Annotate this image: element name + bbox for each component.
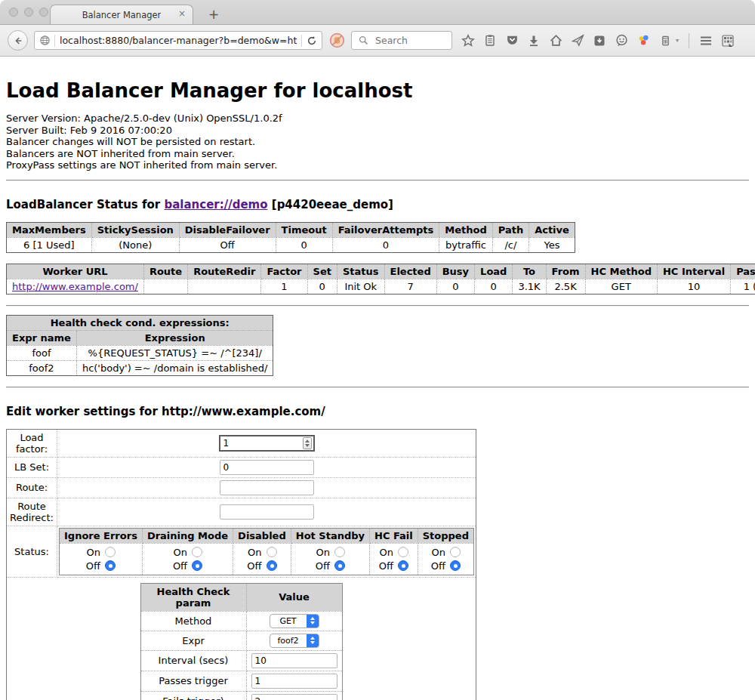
column-header: Set [307, 264, 337, 279]
radio-label: On [247, 547, 261, 558]
status-on-radio[interactable] [105, 547, 116, 557]
zoom-window-button[interactable] [39, 8, 48, 17]
passes-trigger-input[interactable] [251, 674, 337, 689]
column-header: RouteRedir [188, 264, 261, 279]
urlbar-divider [54, 35, 55, 47]
browser-window: Balancer Manager × + [0, 0, 755, 700]
status-column-header: Ignore Errors [60, 528, 143, 543]
back-button[interactable] [8, 30, 28, 51]
table-row: http://www.example.com/10Init Ok7003.1K2… [7, 279, 755, 294]
containers-icon[interactable] [658, 34, 672, 48]
hc-param-label: Passes trigger [140, 671, 246, 691]
column-header: Timeout [276, 222, 332, 237]
form-row-load-factor: Load factor: [7, 429, 476, 457]
status-off-radio[interactable] [398, 560, 408, 571]
interval-secs-input[interactable] [251, 653, 337, 668]
reading-list-icon[interactable] [483, 34, 497, 48]
server-info-line: Balancers are NOT inherited from main se… [6, 148, 749, 160]
close-window-button[interactable] [9, 8, 18, 17]
column-header: HC Method [585, 264, 657, 279]
lb-set-label: LB Set: [7, 457, 57, 477]
status-radio-group: OnOff [296, 545, 365, 573]
worker-url-link[interactable]: http://www.example.com/ [12, 281, 138, 292]
method-select[interactable]: GET [270, 614, 319, 628]
load-factor-input[interactable] [219, 435, 315, 452]
hc-param-label: Interval (secs) [140, 650, 246, 671]
route-redirect-input[interactable] [220, 504, 314, 520]
status-radio-group: OnOff [147, 545, 228, 573]
download-icon[interactable] [527, 34, 541, 48]
status-on-radio[interactable] [334, 547, 345, 557]
column-header: Load [475, 264, 513, 279]
status-off-radio[interactable] [450, 560, 461, 571]
search-bar [351, 31, 452, 50]
status-off-radio[interactable] [105, 560, 116, 571]
minimize-window-button[interactable] [24, 8, 33, 17]
hc-row: Passes trigger [140, 671, 342, 691]
health-check-expressions-table: Health check cond. expressions:Expr name… [6, 315, 273, 376]
form-row-lb-set: LB Set: [7, 457, 476, 477]
status-off-radio[interactable] [267, 560, 277, 571]
pocket-icon[interactable] [505, 34, 519, 48]
select-stepper-icon [307, 615, 319, 628]
load-factor-label: Load factor: [7, 429, 57, 457]
tab-close-icon[interactable]: × [178, 9, 186, 18]
urlbar-divider [301, 35, 302, 47]
new-tab-button[interactable]: + [204, 5, 223, 24]
window-controls [9, 8, 48, 17]
status-radio-group: OnOff [374, 545, 413, 573]
screenshot-icon[interactable] [593, 34, 606, 48]
status-on-radio[interactable] [398, 547, 408, 557]
radio-label: On [316, 547, 330, 558]
balancer-status-heading: LoadBalancer Status for balancer://demo … [6, 198, 749, 211]
status-radio-group: OnOff [423, 545, 469, 573]
hc-row: Fails trigger) [140, 691, 342, 700]
back-arrow-icon [13, 35, 23, 46]
column-header: Busy [436, 264, 474, 279]
radio-label: Off [316, 560, 330, 572]
health-check-params-table: Health Check paramValueMethodGETExprfoof… [140, 583, 343, 700]
bookmark-star-icon[interactable] [461, 34, 475, 48]
search-input[interactable] [374, 34, 447, 47]
status-on-radio[interactable] [267, 547, 277, 557]
divider [6, 180, 749, 181]
menu-icon[interactable] [699, 34, 713, 48]
hc-row: Exprfoof2 [140, 631, 342, 650]
chevron-down-icon[interactable]: ▾ [676, 37, 679, 44]
balancer-link[interactable]: balancer://demo [164, 198, 267, 211]
fails-trigger-input[interactable] [251, 694, 337, 700]
column-header: Passes [731, 264, 755, 279]
column-header: Method [439, 222, 492, 237]
column-header: Expr name [7, 330, 77, 345]
send-icon[interactable] [571, 34, 584, 48]
colorful-extension-icon[interactable] [636, 34, 650, 48]
hc-column-header: Health Check param [140, 583, 246, 611]
server-info-line: Server Version: Apache/2.5.0-dev (Unix) … [6, 113, 749, 125]
status-label: Status: [7, 526, 57, 577]
divider [6, 387, 749, 388]
adblock-icon[interactable] [328, 32, 345, 49]
number-stepper-icon[interactable] [303, 437, 312, 449]
url-input[interactable] [58, 34, 298, 47]
load-factor-field[interactable] [220, 438, 303, 449]
expr-select[interactable]: foof2 [270, 634, 319, 648]
page-content: Load Balancer Manager for localhost Serv… [0, 57, 755, 700]
status-off-radio[interactable] [192, 560, 202, 571]
status-on-radio[interactable] [192, 547, 202, 557]
form-row-route: Route: [7, 477, 476, 498]
url-bar [34, 31, 322, 50]
browser-tab[interactable]: Balancer Manager × [50, 5, 193, 24]
bookmarks-grid-icon[interactable] [721, 34, 735, 48]
status-radios-table: Ignore ErrorsDraining ModeDisabledHot St… [59, 528, 474, 575]
status-on-radio[interactable] [450, 547, 461, 557]
form-row-status: Status: Ignore ErrorsDraining ModeDisabl… [7, 526, 476, 577]
route-input[interactable] [220, 480, 314, 495]
edit-worker-form: Load factor: LB Set: Route: [6, 429, 476, 700]
chat-icon[interactable] [615, 34, 628, 48]
reload-icon[interactable] [305, 34, 319, 48]
status-off-radio[interactable] [334, 560, 345, 571]
column-header: FailoverAttempts [332, 222, 439, 237]
home-icon[interactable] [549, 34, 562, 48]
select-stepper-icon [307, 634, 319, 647]
lb-set-input[interactable] [220, 460, 314, 475]
